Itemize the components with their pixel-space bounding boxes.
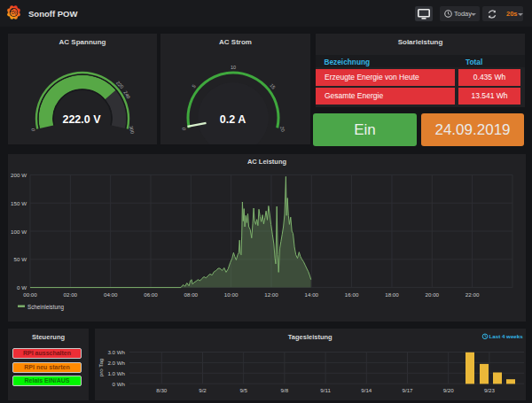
svg-text:Last 4 weeks: Last 4 weeks xyxy=(489,333,524,339)
svg-text:1.0 Wh: 1.0 Wh xyxy=(107,370,125,376)
svg-text:pro Tag: pro Tag xyxy=(98,358,104,376)
svg-text:9/23: 9/23 xyxy=(484,387,496,393)
svg-text:2.0 Wh: 2.0 Wh xyxy=(107,360,125,366)
svg-text:9/5: 9/5 xyxy=(239,387,247,393)
svg-text:9/11: 9/11 xyxy=(320,387,331,393)
svg-text:9/2: 9/2 xyxy=(199,387,207,393)
svg-text:9/14: 9/14 xyxy=(361,387,372,393)
svg-text:9/20: 9/20 xyxy=(443,387,455,393)
svg-text:8/30: 8/30 xyxy=(156,387,168,393)
svg-text:9/8: 9/8 xyxy=(281,387,289,393)
svg-text:9/17: 9/17 xyxy=(402,387,413,393)
svg-text:0 Wh: 0 Wh xyxy=(113,381,126,387)
svg-text:3.0 Wh: 3.0 Wh xyxy=(107,349,125,355)
